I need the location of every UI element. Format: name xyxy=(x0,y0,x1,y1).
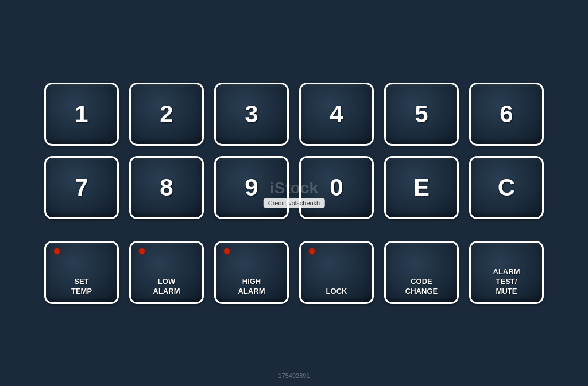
key-high-alarm[interactable]: HIGHALARM xyxy=(214,241,289,304)
key-4[interactable]: 4 xyxy=(299,83,374,146)
lock-indicator xyxy=(309,248,315,254)
function-key-row: SETTEMP LOWALARM HIGHALARM LOCK CODECHAN… xyxy=(44,241,544,304)
key-5[interactable]: 5 xyxy=(384,83,459,146)
key-0[interactable]: 0 xyxy=(299,156,374,219)
key-6[interactable]: 6 xyxy=(469,83,544,146)
key-clear[interactable]: C xyxy=(469,156,544,219)
key-set-temp[interactable]: SETTEMP xyxy=(44,241,119,304)
key-1[interactable]: 1 xyxy=(44,83,119,146)
key-alarm-test-mute[interactable]: ALARMTEST/MUTE xyxy=(469,241,544,304)
image-id: 175492891 xyxy=(278,372,310,379)
key-enter[interactable]: E xyxy=(384,156,459,219)
key-code-change[interactable]: CODECHANGE xyxy=(384,241,459,304)
keypad-container: 1 2 3 4 5 6 7 8 9 0 E xyxy=(44,83,544,304)
key-7[interactable]: 7 xyxy=(44,156,119,219)
high-alarm-indicator xyxy=(224,248,230,254)
key-3[interactable]: 3 xyxy=(214,83,289,146)
key-2[interactable]: 2 xyxy=(129,83,204,146)
key-lock[interactable]: LOCK xyxy=(299,241,374,304)
key-8[interactable]: 8 xyxy=(129,156,204,219)
numeric-row-1: 1 2 3 4 5 6 xyxy=(44,83,544,146)
key-9[interactable]: 9 xyxy=(214,156,289,219)
set-temp-indicator xyxy=(54,248,60,254)
numeric-row-2: 7 8 9 0 E C xyxy=(44,156,544,219)
key-low-alarm[interactable]: LOWALARM xyxy=(129,241,204,304)
low-alarm-indicator xyxy=(139,248,145,254)
